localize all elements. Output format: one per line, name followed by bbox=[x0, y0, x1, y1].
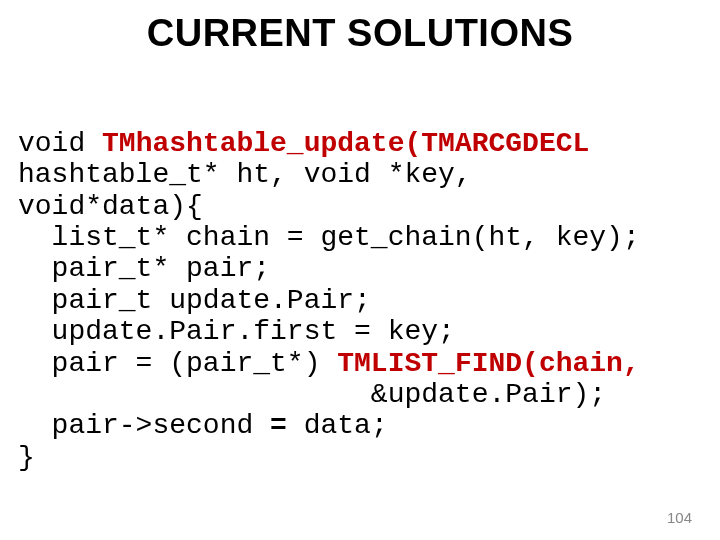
code-line-1: void TMhashtable_update(TMARCGDECL bbox=[18, 128, 589, 159]
code-line-8a: pair = (pair_t*) bbox=[18, 348, 320, 379]
code-line-10c: data; bbox=[304, 410, 388, 441]
code-line-3: void*data){ bbox=[18, 191, 203, 222]
code-line-11: } bbox=[18, 442, 35, 473]
page-number: 104 bbox=[667, 509, 692, 526]
code-line-9: &update.Pair); bbox=[18, 379, 606, 410]
code-line-10: pair->second = data; bbox=[18, 410, 388, 441]
code-line-6: pair_t update.Pair; bbox=[18, 285, 371, 316]
slide-title: CURRENT SOLUTIONS bbox=[0, 0, 720, 55]
code-line-4: list_t* chain = get_chain(ht, key); bbox=[18, 222, 640, 253]
code-line-7: update.Pair.first = key; bbox=[18, 316, 455, 347]
code-keyword-void: void bbox=[18, 128, 85, 159]
code-line-2: hashtable_t* ht, void *key, bbox=[18, 159, 472, 190]
code-line-5: pair_t* pair; bbox=[18, 253, 270, 284]
code-block: void TMhashtable_update(TMARCGDECL hasht… bbox=[18, 128, 640, 473]
code-highlight-fn: TMhashtable_update(TMARCGDECL bbox=[85, 128, 589, 159]
slide: CURRENT SOLUTIONS void TMhashtable_updat… bbox=[0, 0, 720, 540]
code-line-8: pair = (pair_t*) TMLIST_FIND(chain, bbox=[18, 348, 640, 379]
code-highlight-tmlist: TMLIST_FIND(chain, bbox=[320, 348, 639, 379]
code-line-10a: pair->second bbox=[18, 410, 253, 441]
code-bold-equals: = bbox=[253, 410, 303, 441]
